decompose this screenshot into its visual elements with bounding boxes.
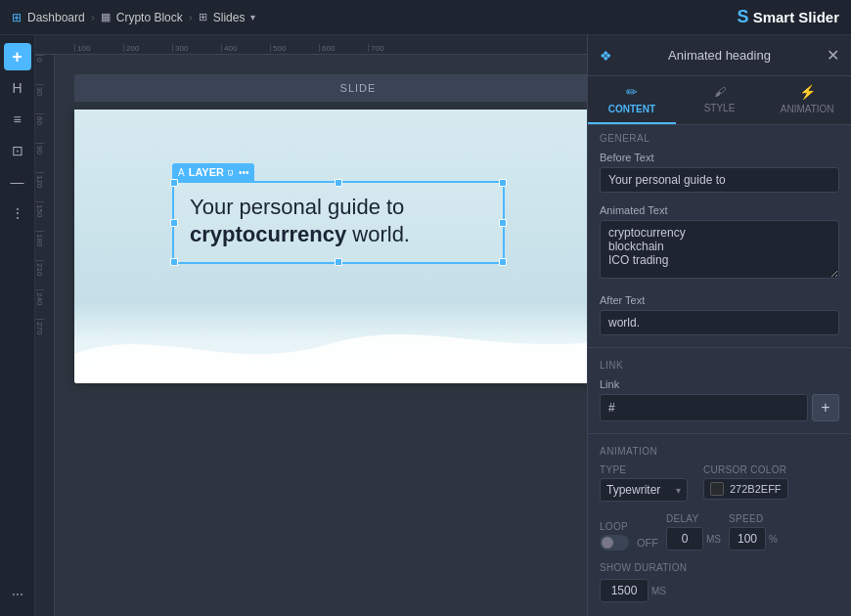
ruler-mark-3: 400	[221, 44, 270, 52]
slide-canvas[interactable]: A LAYER Ꞷ •••	[74, 110, 587, 383]
loop-delay-speed-row: Loop OFF Delay MS	[588, 509, 851, 558]
delay-col: Delay MS	[666, 513, 721, 550]
rv-8: 240	[35, 289, 44, 319]
rv-9: 270	[35, 319, 44, 348]
show-duration-row: Show Duration MS	[588, 558, 851, 610]
slides-icon: ⊞	[199, 11, 207, 23]
minus-tool-button[interactable]: —	[4, 168, 31, 196]
cursor-color-label: Cursor Color	[703, 464, 788, 475]
animation-tab-icon: ⚡	[799, 84, 816, 100]
text-element[interactable]: Your personal guide to cryptocurrency wo…	[172, 181, 505, 264]
settings-button[interactable]: ⋯	[4, 581, 31, 608]
ruler-mark-1: 200	[123, 44, 172, 52]
breadcrumb-sep1: ›	[91, 11, 95, 24]
link-field-wrapper: +	[600, 394, 839, 421]
tab-style[interactable]: 🖌 STYLE	[676, 76, 764, 124]
color-swatch-box	[710, 482, 724, 496]
ruler-mark-5: 600	[319, 44, 368, 52]
handle-top-right[interactable]	[499, 179, 507, 187]
cursor-color-col: Cursor Color 272B2EFF	[703, 464, 788, 502]
handle-bot-right[interactable]	[499, 258, 507, 266]
animation-section-header: ANIMATION	[588, 438, 851, 461]
divider-2	[588, 433, 851, 434]
toggle-knob	[602, 537, 613, 549]
left-sidebar: + H ≡ ⊡ — ⋮ ⋯	[0, 35, 35, 616]
tab-animation[interactable]: ⚡ ANIMATION	[763, 76, 851, 124]
link-section-header: LINK	[588, 352, 851, 374]
before-text-field-group: Before Text	[588, 148, 851, 200]
text-rest: world.	[346, 222, 410, 246]
loop-label: Loop	[600, 521, 658, 532]
handle-bot-left[interactable]	[170, 258, 178, 266]
crypto-block-icon: ▦	[101, 11, 111, 23]
slides-link[interactable]: Slides	[213, 11, 246, 24]
ruler-horizontal: 100 200 300 400 500 600 700	[35, 35, 587, 55]
handle-top-mid[interactable]	[335, 179, 342, 187]
layer-element[interactable]: A LAYER Ꞷ •••	[172, 163, 505, 264]
rv-6: 180	[35, 231, 44, 260]
link-field-group: Link +	[588, 374, 851, 429]
link-input[interactable]	[600, 394, 808, 421]
speed-label: Speed	[729, 513, 778, 524]
ruler-mark-0: 100	[74, 44, 123, 52]
color-value-text: 272B2EFF	[730, 483, 782, 495]
layer-toolbar: A LAYER Ꞷ •••	[172, 163, 254, 181]
brand-name: Smart Slider	[753, 9, 839, 25]
loop-off-label: OFF	[637, 537, 658, 549]
handle-mid-right[interactable]	[499, 219, 507, 227]
canvas-wrapper: 0 30 60 90 120 150 180 210 240 270 SLIDE	[35, 55, 587, 616]
show-duration-input[interactable]	[600, 579, 649, 602]
text-bold: cryptocurrency	[190, 222, 346, 246]
rv-3: 90	[35, 143, 44, 172]
tab-content[interactable]: ✏ CONTENT	[588, 76, 676, 124]
dashboard-link[interactable]: Dashboard	[27, 11, 85, 24]
ruler-mark-6: 700	[368, 44, 417, 52]
wave-decoration	[74, 305, 587, 383]
panel-close-button[interactable]: ✕	[827, 46, 839, 65]
panel-tabs: ✏ CONTENT 🖌 STYLE ⚡ ANIMATION	[588, 76, 851, 125]
before-text-input[interactable]	[600, 167, 839, 193]
loop-col: Loop OFF	[600, 521, 658, 550]
style-tab-label: STYLE	[704, 103, 736, 113]
dots-tool-button[interactable]: ⋮	[4, 199, 31, 227]
speed-input[interactable]	[729, 527, 766, 550]
add-button[interactable]: +	[4, 43, 31, 70]
ruler-marks: 100 200 300 400 500 600 700	[74, 44, 417, 52]
animated-text-input[interactable]: cryptocurrency blockchain ICO trading	[600, 220, 839, 279]
layer-font-icon: Ꞷ	[228, 167, 233, 178]
slide-label: SLIDE	[340, 82, 377, 94]
breadcrumb-sep2: ›	[189, 11, 193, 24]
image-tool-button[interactable]: ⊡	[4, 137, 31, 164]
main-area: + H ≡ ⊡ — ⋮ ⋯ 100 200 300 400 500 600 70…	[0, 35, 851, 616]
loop-toggle-row: OFF	[600, 535, 658, 550]
speed-unit: %	[769, 534, 778, 545]
before-text-label: Before Text	[600, 152, 839, 163]
layer-text-icon: A	[178, 167, 185, 178]
type-dropdown[interactable]: Typewriter ▾	[600, 478, 688, 502]
right-panel: ❖ Animated heading ✕ ✏ CONTENT 🖌 STYLE ⚡…	[587, 35, 851, 616]
speed-input-row: %	[729, 527, 778, 550]
delay-unit: MS	[706, 534, 721, 545]
lines-tool-button[interactable]: ≡	[4, 106, 31, 133]
delay-label: Delay	[666, 513, 721, 524]
h-tool-button[interactable]: H	[4, 74, 31, 102]
style-tab-icon: 🖌	[714, 85, 726, 99]
brand: S Smart Slider	[738, 7, 839, 27]
ruler-mark-4: 500	[270, 44, 319, 52]
layer-options-button[interactable]: •••	[239, 167, 249, 178]
brand-icon: S	[738, 7, 749, 27]
slide-bar[interactable]: SLIDE •••	[74, 74, 587, 102]
after-text-input[interactable]	[600, 310, 839, 335]
cursor-color-swatch[interactable]: 272B2EFF	[703, 478, 788, 500]
handle-top-left[interactable]	[170, 179, 178, 187]
slides-dropdown-icon[interactable]: ▾	[250, 12, 255, 22]
handle-mid-left[interactable]	[170, 219, 178, 227]
general-section-header: GENERAL	[588, 125, 851, 148]
crypto-block-link[interactable]: Crypto Block	[116, 11, 183, 24]
rv-0: 0	[35, 55, 44, 84]
loop-toggle[interactable]	[600, 535, 629, 550]
delay-input[interactable]	[666, 527, 703, 550]
handle-bot-mid[interactable]	[335, 258, 342, 266]
link-add-button[interactable]: +	[812, 394, 839, 421]
ruler-mark-2: 300	[172, 44, 221, 52]
